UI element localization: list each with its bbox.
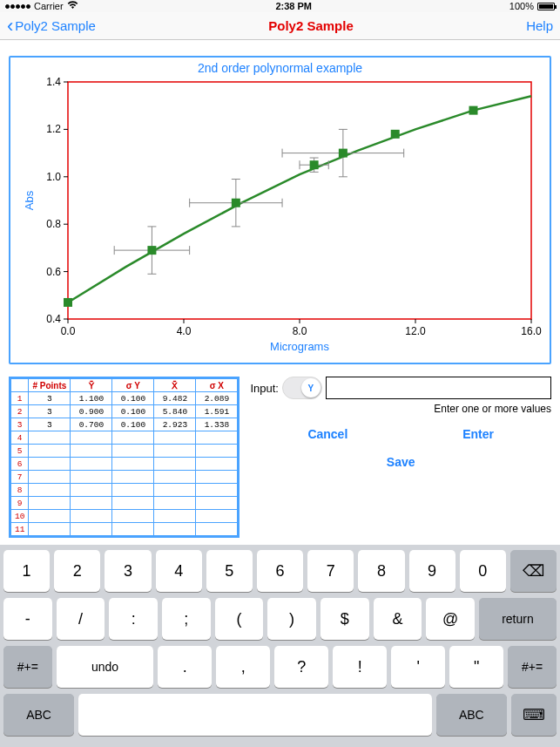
carrier-label: Carrier bbox=[34, 1, 64, 11]
svg-rect-32 bbox=[147, 246, 156, 255]
key-?[interactable]: ? bbox=[274, 646, 328, 688]
table-cell bbox=[196, 523, 238, 536]
page-title: Poly2 Sample bbox=[96, 18, 526, 33]
key-'[interactable]: ' bbox=[391, 646, 445, 688]
table-cell bbox=[154, 431, 196, 445]
table-cell bbox=[71, 497, 112, 510]
back-button[interactable]: ‹ Poly2 Sample bbox=[7, 17, 96, 36]
table-header: X̄ bbox=[154, 379, 196, 392]
abc-key-left[interactable]: ABC bbox=[3, 694, 74, 736]
key-)[interactable]: ) bbox=[267, 598, 316, 640]
key-6[interactable]: 6 bbox=[257, 550, 303, 592]
table-cell bbox=[71, 445, 112, 458]
table-header-row: # PointsȲσ YX̄σ X bbox=[11, 379, 238, 392]
svg-rect-39 bbox=[231, 199, 240, 207]
key-0[interactable]: 0 bbox=[460, 550, 506, 592]
key--[interactable]: - bbox=[3, 598, 52, 640]
battery-group: 100% bbox=[509, 1, 555, 11]
svg-rect-46 bbox=[309, 160, 318, 169]
row-number: 10 bbox=[11, 510, 29, 523]
key-$[interactable]: $ bbox=[320, 598, 369, 640]
cancel-button[interactable]: Cancel bbox=[307, 427, 347, 441]
svg-text:1.4: 1.4 bbox=[46, 77, 61, 88]
input-hint: Enter one or more values bbox=[250, 403, 551, 415]
row-number: 11 bbox=[11, 523, 29, 536]
table-cell bbox=[196, 458, 238, 471]
table-cell bbox=[112, 497, 154, 510]
key-4[interactable]: 4 bbox=[156, 550, 202, 592]
key-[interactable]: " bbox=[449, 646, 503, 688]
svg-text:0.4: 0.4 bbox=[46, 313, 61, 325]
value-input[interactable] bbox=[326, 377, 551, 399]
table-cell: 1.591 bbox=[196, 405, 238, 418]
key-,[interactable]: , bbox=[216, 646, 270, 688]
key-![interactable]: ! bbox=[333, 646, 387, 688]
table-cell: 3 bbox=[29, 392, 71, 405]
table-cell bbox=[196, 510, 238, 523]
return-key[interactable]: return bbox=[479, 598, 557, 640]
status-time: 2:38 PM bbox=[78, 1, 509, 11]
key-5[interactable]: 5 bbox=[206, 550, 253, 592]
key-;[interactable]: ; bbox=[162, 598, 211, 640]
save-button[interactable]: Save bbox=[387, 455, 415, 469]
table-cell bbox=[71, 431, 112, 445]
key-&[interactable]: & bbox=[374, 598, 422, 640]
enter-button[interactable]: Enter bbox=[462, 427, 494, 441]
table-row: 8 bbox=[11, 484, 238, 497]
key-([interactable]: ( bbox=[215, 598, 264, 640]
table-cell bbox=[154, 497, 196, 510]
battery-pct-label: 100% bbox=[509, 1, 534, 11]
table-row: 10 bbox=[11, 510, 238, 523]
table-cell bbox=[71, 523, 112, 536]
table-cell: 0.700 bbox=[71, 418, 112, 431]
table-cell: 2.923 bbox=[154, 418, 196, 431]
table-cell bbox=[71, 458, 112, 471]
row-number: 9 bbox=[11, 497, 29, 510]
backspace-key[interactable]: ⌫ bbox=[510, 550, 557, 592]
svg-text:0.8: 0.8 bbox=[46, 218, 61, 230]
table-cell bbox=[154, 458, 196, 471]
input-toggle[interactable]: Y bbox=[282, 377, 322, 399]
table-cell bbox=[29, 497, 71, 510]
status-bar: Carrier 2:38 PM 100% bbox=[0, 0, 560, 12]
table-cell bbox=[196, 445, 238, 458]
back-label: Poly2 Sample bbox=[15, 18, 96, 33]
symbols-key-right[interactable]: #+= bbox=[508, 646, 557, 688]
table-cell bbox=[112, 484, 154, 497]
spacebar-key[interactable] bbox=[78, 694, 432, 736]
chart-plot: 0.04.08.012.016.00.40.60.81.01.21.4Micro… bbox=[19, 77, 542, 356]
key-/[interactable]: / bbox=[57, 598, 105, 640]
key-7[interactable]: 7 bbox=[307, 550, 354, 592]
key-9[interactable]: 9 bbox=[409, 550, 455, 592]
svg-rect-0 bbox=[68, 82, 531, 319]
table-row: 131.1000.1009.4822.089 bbox=[11, 392, 238, 405]
table-cell bbox=[29, 471, 71, 484]
table-cell bbox=[196, 471, 238, 484]
key-2[interactable]: 2 bbox=[54, 550, 100, 592]
table-cell bbox=[29, 484, 71, 497]
svg-text:12.0: 12.0 bbox=[405, 325, 426, 337]
table-row: 230.9000.1005.8401.591 bbox=[11, 405, 238, 418]
svg-rect-54 bbox=[390, 130, 399, 139]
table-cell bbox=[112, 510, 154, 523]
dismiss-keyboard-key[interactable]: ⌨ bbox=[511, 694, 557, 736]
svg-text:Micrograms: Micrograms bbox=[270, 340, 329, 353]
key-3[interactable]: 3 bbox=[105, 550, 151, 592]
navbar: ‹ Poly2 Sample Poly2 Sample Help bbox=[0, 12, 560, 40]
svg-text:0.0: 0.0 bbox=[60, 325, 75, 337]
table-cell bbox=[29, 458, 71, 471]
key-@[interactable]: @ bbox=[426, 598, 475, 640]
chevron-left-icon: ‹ bbox=[7, 17, 13, 36]
key-.[interactable]: . bbox=[158, 646, 212, 688]
table-header: # Points bbox=[29, 379, 71, 392]
abc-key-right[interactable]: ABC bbox=[436, 694, 507, 736]
symbols-key-left[interactable]: #+= bbox=[3, 646, 52, 688]
key-8[interactable]: 8 bbox=[358, 550, 404, 592]
table-cell: 2.089 bbox=[196, 392, 238, 405]
undo-key[interactable]: undo bbox=[57, 646, 154, 688]
key-1[interactable]: 1 bbox=[3, 550, 50, 592]
data-table: # PointsȲσ YX̄σ X131.1000.1009.4822.0892… bbox=[9, 377, 240, 538]
row-number: 5 bbox=[11, 445, 29, 458]
help-button[interactable]: Help bbox=[526, 18, 553, 33]
key-:[interactable]: : bbox=[109, 598, 158, 640]
